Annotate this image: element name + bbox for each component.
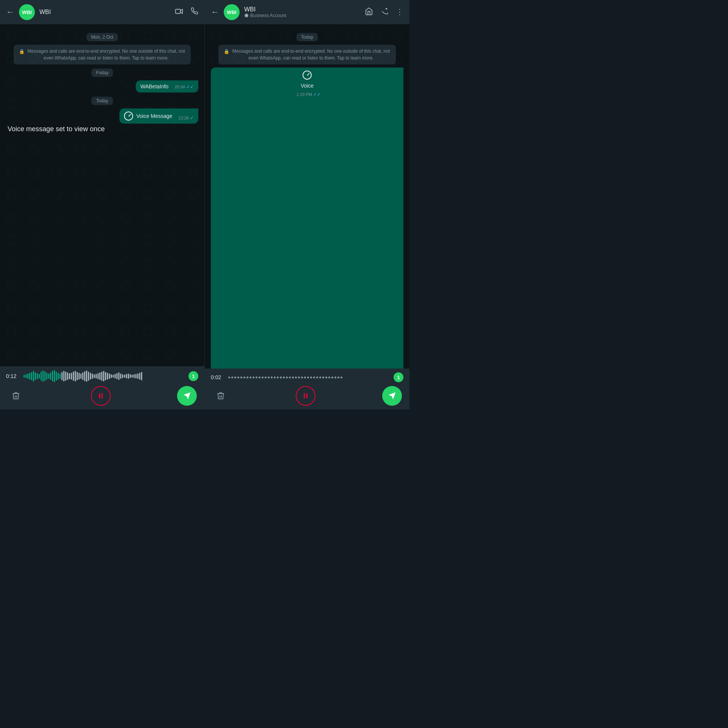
pause-button-right[interactable] [296, 386, 315, 406]
view-once-label-left: Voice message set to view once [6, 125, 198, 133]
right-header-actions: ⋮ [365, 7, 403, 17]
contact-name[interactable]: WBI [39, 9, 170, 16]
bubble-wabetainfo: WABetaInfo 20:34 ✓✓ [6, 80, 198, 93]
right-back-button[interactable]: ← [211, 7, 219, 17]
right-playback-row: 0:02 1 [211, 372, 403, 382]
left-bottom-bar: 0:12 1 [0, 366, 204, 410]
right-waveform-dots [228, 377, 390, 378]
system-encryption-message-left[interactable]: 🔒 Messages and calls are end-to-end encr… [14, 45, 190, 64]
delete-button-right[interactable] [212, 388, 229, 404]
right-panel: ← WBI WBI Business Account [205, 0, 410, 410]
left-panel: ← WBI WBI Mon, 2 Oct 🔒 [0, 0, 205, 410]
lock-icon: 🔒 [19, 48, 25, 55]
right-view-once-icon [303, 71, 312, 80]
left-waveform [24, 370, 185, 382]
right-bottom-bar: 0:02 1 [205, 369, 410, 410]
avatar: WBI [19, 4, 35, 20]
header-actions [175, 7, 198, 17]
delete-button-left[interactable] [8, 388, 24, 404]
header-info: WBI [39, 9, 170, 16]
store-icon[interactable] [365, 7, 373, 17]
back-button[interactable]: ← [6, 7, 14, 17]
send-button-right[interactable] [382, 386, 402, 406]
date-separator-2: Friday [6, 69, 198, 76]
svg-rect-0 [176, 9, 180, 13]
call-add-icon[interactable] [381, 7, 388, 17]
date-separator-3: Today [6, 97, 198, 104]
right-header-info: WBI Business Account [244, 6, 360, 18]
right-voice-bubble: Voice 1:19 PM ✓✓ [211, 67, 403, 369]
bubble-voice-message: Voice Message 13:26 ✓ [6, 108, 198, 124]
right-date-separator: Today [211, 33, 403, 40]
view-once-icon [124, 111, 133, 121]
more-icon[interactable]: ⋮ [396, 7, 403, 17]
right-playback-time: 0:02 [211, 374, 224, 380]
left-chat-area: Mon, 2 Oct 🔒 Messages and calls are end-… [0, 24, 204, 366]
right-action-buttons [211, 386, 403, 406]
svg-rect-6 [304, 393, 305, 398]
right-bubble-time: 1:19 PM ✓✓ [297, 92, 321, 97]
right-chat-area: Today 🔒 Messages and calls are end-to-en… [205, 24, 410, 369]
svg-rect-1 [99, 393, 100, 398]
left-count-badge: 1 [188, 371, 198, 381]
video-call-icon[interactable] [175, 7, 183, 17]
right-count-badge: 1 [394, 372, 403, 382]
left-header: ← WBI WBI [0, 0, 204, 24]
send-button-left[interactable] [177, 386, 197, 406]
phone-icon[interactable] [191, 7, 198, 17]
left-action-buttons [6, 386, 198, 406]
left-playback-time: 0:12 [6, 373, 20, 379]
left-playback-row: 0:12 1 [6, 370, 198, 382]
right-avatar: WBI [224, 4, 240, 20]
svg-rect-2 [101, 393, 102, 398]
right-lock-icon: 🔒 [224, 48, 229, 55]
system-encryption-message-right[interactable]: 🔒 Messages and calls are end-to-end encr… [218, 45, 395, 64]
right-contact-name[interactable]: WBI [244, 6, 360, 13]
svg-rect-7 [306, 393, 308, 398]
right-header: ← WBI WBI Business Account [205, 0, 410, 24]
right-contact-sub: Business Account [244, 13, 360, 18]
date-separator-1: Mon, 2 Oct [6, 33, 198, 40]
pause-button-left[interactable] [91, 386, 111, 406]
